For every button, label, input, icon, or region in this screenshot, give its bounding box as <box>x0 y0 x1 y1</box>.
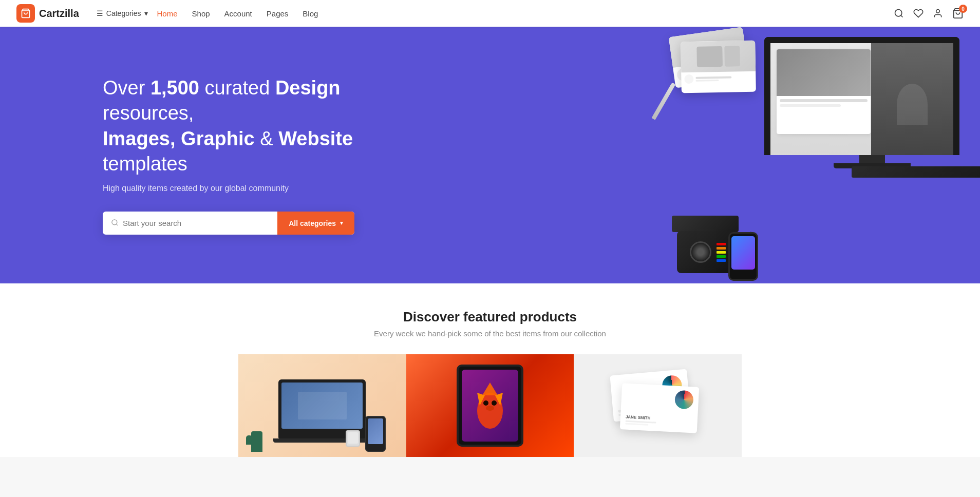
product-card[interactable] <box>238 354 406 457</box>
keyboard-mockup <box>852 166 980 178</box>
cart-badge-count: 0 <box>959 5 967 13</box>
brand-logo-link[interactable]: Cartzilla <box>16 4 79 23</box>
monitor-screen: UI Isometric Devices Mockup Pack <box>764 37 959 155</box>
hero-title: Over 1,500 curated Design resources, Ima… <box>103 75 370 177</box>
svg-point-9 <box>483 400 488 406</box>
search-input-wrapper <box>103 212 277 235</box>
svg-point-4 <box>112 220 117 225</box>
search-input[interactable] <box>123 212 269 235</box>
wishlist-icon-button[interactable] <box>913 8 924 18</box>
featured-section: Discover featured products Every week we… <box>0 283 980 457</box>
monitor-mockup: UI Isometric Devices Mockup Pack <box>764 37 980 168</box>
section-bg-bottom <box>0 457 980 497</box>
hero-subtitle: High quality items created by our global… <box>103 184 370 193</box>
nav-links: Home Shop Account Pages Blog <box>157 9 894 18</box>
featured-header: Discover featured products Every week we… <box>247 309 733 338</box>
featured-inner: Discover featured products Every week we… <box>238 309 742 338</box>
cart-icon-button[interactable]: 0 <box>952 8 964 19</box>
nav-link-home[interactable]: Home <box>157 9 178 18</box>
hamburger-icon: ☰ <box>97 9 103 17</box>
nav-icons: 0 <box>894 8 964 19</box>
camera-lens <box>690 241 711 263</box>
featured-subtitle: Every week we hand-pick some of the best… <box>247 329 733 338</box>
chevron-down-icon: ▾ <box>340 220 343 226</box>
categories-menu[interactable]: ☰ Categories ▾ <box>91 6 153 21</box>
phone-mini <box>728 232 758 281</box>
search-icon-button[interactable] <box>894 8 904 18</box>
nav-link-blog[interactable]: Blog <box>303 9 318 18</box>
tablet-mockup <box>457 365 523 447</box>
hdd-shape <box>672 216 739 232</box>
user-icon-button[interactable] <box>933 8 943 18</box>
hero-visual: UI Isometric Devices Mockup Pack <box>631 27 980 283</box>
nav-link-shop[interactable]: Shop <box>192 9 210 18</box>
nav-link-account[interactable]: Account <box>224 9 252 18</box>
svg-point-2 <box>936 10 940 13</box>
svg-marker-6 <box>482 383 498 395</box>
chevron-down-icon: ▾ <box>144 9 148 17</box>
all-categories-button[interactable]: All categories ▾ <box>277 212 354 235</box>
search-bar: All categories ▾ <box>103 212 354 235</box>
svg-point-11 <box>486 406 494 411</box>
stylus-pen <box>652 82 676 120</box>
navbar: Cartzilla ☰ Categories ▾ Home Shop Accou… <box>0 0 980 27</box>
svg-point-10 <box>492 400 497 406</box>
products-grid: JANE SMITH <box>238 354 742 457</box>
nav-link-pages[interactable]: Pages <box>267 9 289 18</box>
svg-point-1 <box>895 10 902 16</box>
hero-section: Over 1,500 curated Design resources, Ima… <box>0 27 980 283</box>
brand-logo-icon <box>16 4 35 23</box>
product-card[interactable] <box>406 354 574 457</box>
devices-group <box>672 176 816 283</box>
search-input-icon <box>111 219 119 228</box>
brand-name: Cartzilla <box>39 8 79 20</box>
featured-title: Discover featured products <box>247 309 733 325</box>
hero-content: Over 1,500 curated Design resources, Ima… <box>103 75 370 235</box>
product-card[interactable]: JANE SMITH <box>574 354 742 457</box>
